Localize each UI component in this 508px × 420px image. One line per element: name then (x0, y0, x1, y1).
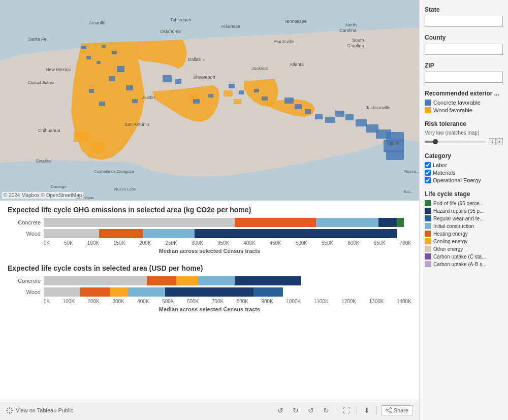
share-button[interactable]: Share (381, 405, 413, 415)
lifecycle-text: End-of-life (95 perce... (433, 201, 484, 206)
lifecycle-item: Other energy (425, 246, 503, 252)
tableau-icon (6, 407, 13, 414)
svg-rect-11 (224, 90, 233, 96)
lifecycle-item: Regular wear-and-te... (425, 215, 503, 221)
svg-rect-76 (9, 412, 10, 414)
zip-label: ZIP (425, 62, 503, 69)
svg-text:Tahlequah: Tahlequah (170, 17, 192, 22)
concrete-swatch (425, 100, 431, 106)
risk-label: Risk tolerance (425, 120, 503, 127)
x-label: 50K (64, 240, 73, 246)
wood-legend-item: Wood favorable (425, 107, 503, 113)
x-label: 1000K (286, 299, 301, 304)
ghg-wood-label: Wood (8, 231, 41, 237)
fullscreen-button[interactable]: ⛶ (340, 405, 353, 416)
labor-checkbox-item: Labor (425, 162, 503, 168)
lifecycle-text: Carbon uptake (C sta... (433, 254, 486, 260)
svg-text:Carolina: Carolina (347, 43, 364, 48)
slider-arrows: ‹ › (489, 138, 503, 145)
ghg-concrete-row: Concrete (8, 218, 411, 227)
materials-checkbox[interactable] (425, 170, 431, 176)
svg-rect-26 (295, 104, 302, 109)
svg-rect-16 (109, 76, 115, 81)
view-tableau-label: View on Tableau Public (16, 407, 73, 413)
redo-button[interactable]: ↻ (290, 405, 301, 416)
risk-value-label: Very low (matches map) (425, 130, 503, 136)
svg-rect-12 (234, 99, 241, 104)
svg-line-86 (387, 408, 390, 410)
x-label: 1300K (369, 299, 384, 304)
cost-chart-area: Concrete Wood (8, 276, 411, 312)
lifecycle-swatch (425, 238, 431, 244)
slider-right-arrow[interactable]: › (496, 138, 503, 145)
svg-text:New Mexico: New Mexico (46, 67, 71, 72)
labor-checkbox[interactable] (425, 162, 431, 168)
ghg-chart-area: Concrete Wood (8, 218, 411, 254)
svg-rect-40 (81, 46, 86, 49)
svg-text:Durango: Durango (51, 184, 67, 189)
lifecycle-item: Carbon uptake (A-B s... (425, 261, 503, 267)
svg-rect-21 (193, 99, 200, 104)
x-label: 600K (187, 299, 199, 304)
lifecycle-text: Hazard repairs (95 p... (433, 208, 484, 214)
svg-text:Coahuila de Zaragoza: Coahuila de Zaragoza (94, 169, 134, 174)
svg-rect-78 (11, 410, 13, 411)
svg-text:Sinaloa: Sinaloa (36, 158, 51, 164)
svg-rect-39 (262, 96, 268, 101)
lifecycle-swatch (425, 215, 431, 221)
svg-point-84 (386, 409, 387, 411)
x-label: 1100K (314, 299, 329, 304)
lifecycle-text: Other energy (433, 246, 463, 252)
svg-rect-9 (91, 142, 104, 151)
bottom-toolbar: View on Tableau Public ↺ ↻ ↺ ↻ ⛶ ⬇ (0, 400, 419, 420)
svg-rect-44 (97, 61, 101, 64)
svg-text:San Antonio: San Antonio (124, 122, 149, 127)
forward-button[interactable]: ↻ (321, 405, 332, 416)
svg-rect-22 (208, 94, 213, 98)
x-label: 550K (322, 240, 333, 246)
svg-rect-41 (102, 45, 106, 48)
state-input[interactable] (425, 16, 503, 27)
ghg-wood-row: Wood (8, 229, 411, 238)
slider-thumb[interactable] (433, 139, 438, 144)
x-label: 0K (44, 299, 50, 304)
view-tableau-link[interactable]: View on Tableau Public (6, 407, 73, 414)
lifecycle-text: Regular wear-and-te... (433, 216, 484, 221)
ghg-wood-bar (44, 229, 411, 238)
slider-left-arrow[interactable]: ‹ (489, 138, 496, 145)
lifecycle-item: Carbon uptake (C sta... (425, 253, 503, 260)
cost-subtitle: Median across selected Census tracts (8, 306, 411, 312)
x-label: 200K (139, 240, 151, 246)
lifecycle-swatch (425, 261, 431, 267)
svg-rect-14 (175, 79, 181, 84)
cost-concrete-label: Concrete (8, 278, 41, 284)
x-label: 650K (373, 240, 385, 246)
lifecycle-item: Initial construction (425, 223, 503, 229)
svg-rect-42 (112, 51, 117, 54)
svg-rect-82 (11, 412, 12, 413)
cost-wood-label: Wood (8, 289, 41, 295)
operational-energy-checkbox[interactable] (425, 177, 431, 183)
category-label: Category (425, 152, 503, 159)
svg-text:Carolina: Carolina (339, 28, 357, 33)
svg-rect-32 (356, 119, 367, 126)
svg-text:Oklahoma: Oklahoma (160, 29, 181, 34)
ghg-chart-section: Expected life cycle GHG emissions in sel… (8, 206, 411, 254)
undo-button[interactable]: ↺ (275, 405, 286, 416)
x-label: 350K (217, 240, 229, 246)
slider-track[interactable] (425, 141, 486, 143)
lifecycle-swatch (425, 208, 431, 214)
x-label: 100K (63, 299, 75, 304)
ghg-concrete-bar (44, 218, 411, 227)
svg-point-85 (390, 411, 391, 413)
lifecycle-item: End-of-life (95 perce... (425, 200, 503, 206)
share-icon (386, 407, 392, 413)
back-button[interactable]: ↺ (305, 405, 316, 416)
risk-section: Risk tolerance Very low (matches map) ‹ … (425, 120, 503, 145)
cost-chart-section: Expected life cycle costs in selected ar… (8, 264, 411, 312)
x-label: 300K (192, 240, 203, 246)
zip-input[interactable] (425, 72, 503, 83)
svg-text:Dallas: Dallas (188, 57, 201, 62)
download-button[interactable]: ⬇ (361, 405, 372, 416)
county-input[interactable] (425, 44, 503, 55)
